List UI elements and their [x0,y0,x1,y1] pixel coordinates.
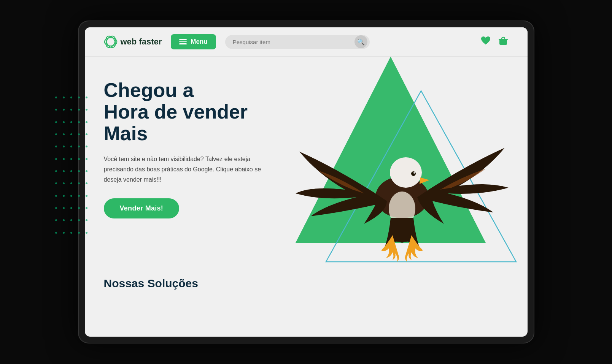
dot-pattern-left: // dots rendered via JS below [55,97,89,241]
svg-point-2 [104,35,117,49]
device-frame: web faster Menu 🔍 [78,21,534,343]
cta-button[interactable]: Vender Mais! [104,198,180,218]
search-button[interactable]: 🔍 [354,35,367,48]
svg-point-11 [413,172,415,174]
wishlist-icon[interactable] [480,36,491,48]
solutions-title: Nossas Soluções [104,277,509,290]
hero-description: Você tem site e não tem visibilidade? Ta… [104,154,264,185]
logo-icon [104,35,118,49]
menu-icon [179,39,187,44]
hero-text: Chegou a Hora de vender Mais Você tem si… [104,79,302,218]
search-icon: 🔍 [357,38,365,46]
search-input[interactable] [225,35,370,49]
cart-icon[interactable] [498,35,509,49]
nav-icons [480,35,509,49]
svg-point-10 [411,171,416,176]
hero-title: Chegou a Hora de vender Mais [104,79,302,145]
hero-section: Chegou a Hora de vender Mais Você tem si… [85,57,528,269]
svg-marker-9 [420,177,429,184]
navbar: web faster Menu 🔍 [85,27,528,57]
logo-text: web faster [121,37,162,47]
screen: web faster Menu 🔍 [85,27,528,337]
solutions-section: Nossas Soluções [85,269,528,298]
eagle-image [288,76,516,269]
search-area: 🔍 [225,35,370,49]
menu-button[interactable]: Menu [171,34,216,49]
logo-area: web faster [104,35,162,49]
svg-rect-4 [499,39,508,40]
svg-point-8 [390,157,422,188]
